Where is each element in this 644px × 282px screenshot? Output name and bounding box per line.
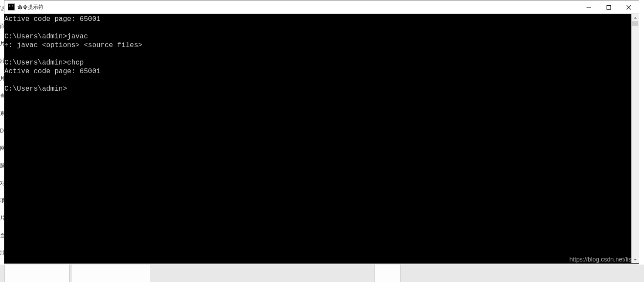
taskbar-item[interactable]	[72, 265, 150, 282]
cmd-window: 命令提示符 Active code page: 65001 C:\Users\a…	[4, 0, 639, 264]
svg-rect-0	[587, 7, 591, 7]
minimize-button[interactable]	[579, 0, 599, 14]
console-output[interactable]: Active code page: 65001 C:\Users\admin>j…	[4, 14, 631, 263]
maximize-icon	[607, 5, 611, 10]
vertical-scrollbar[interactable]	[631, 14, 639, 263]
taskbar-item[interactable]	[374, 265, 401, 282]
scroll-thumb[interactable]	[632, 21, 638, 26]
chevron-up-icon	[634, 16, 637, 20]
scroll-track[interactable]	[631, 21, 639, 256]
taskbar-item[interactable]	[4, 265, 70, 282]
maximize-button[interactable]	[599, 0, 619, 14]
background-taskbar	[0, 265, 644, 282]
chevron-down-icon	[634, 258, 637, 262]
scroll-down-button[interactable]	[631, 256, 639, 263]
titlebar[interactable]: 命令提示符	[4, 0, 639, 14]
svg-rect-1	[607, 5, 611, 9]
window-controls	[579, 0, 639, 14]
cmd-icon	[8, 3, 15, 10]
minimize-icon	[587, 5, 591, 10]
client-area: Active code page: 65001 C:\Users\admin>j…	[4, 14, 639, 263]
close-icon	[627, 5, 631, 10]
close-button[interactable]	[619, 0, 639, 14]
scroll-up-button[interactable]	[631, 14, 639, 21]
window-title: 命令提示符	[17, 3, 44, 11]
